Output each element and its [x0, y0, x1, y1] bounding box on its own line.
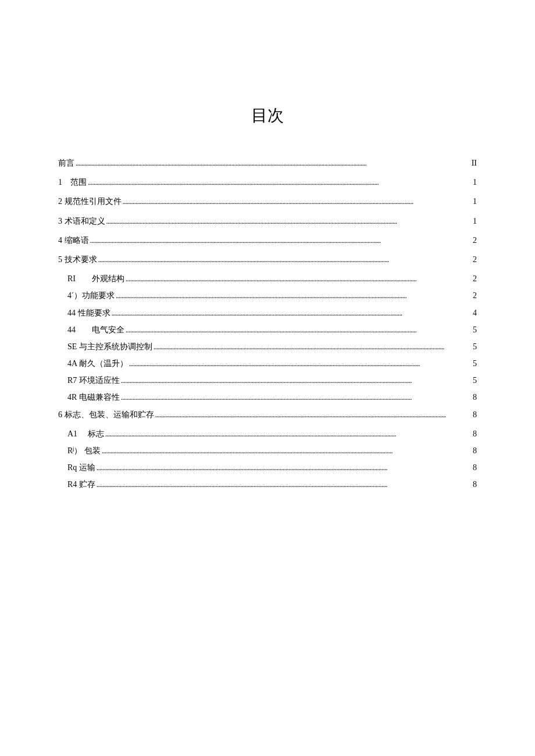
- toc-page: 8: [472, 443, 477, 458]
- toc-label: 4ʻ）功能要求: [67, 288, 115, 303]
- toc-page: 5: [472, 339, 477, 354]
- toc-leader: [126, 323, 470, 337]
- toc-leader: [88, 175, 470, 189]
- toc-entry: 6 标志、包装、运输和贮存8: [58, 407, 477, 422]
- toc-label: SE 与主控系统协调控制: [67, 339, 152, 354]
- toc-entry: SE 与主控系统协调控制5: [58, 339, 477, 354]
- toc-entry: 44 性能要求4: [58, 306, 477, 320]
- toc-leader: [123, 194, 471, 209]
- toc-leader: [112, 306, 471, 320]
- toc-entry: 5 技术要求2: [58, 252, 477, 267]
- toc-page: 1: [472, 175, 477, 189]
- page-title: 目次: [58, 105, 477, 127]
- toc-page: 2: [472, 288, 477, 303]
- toc-page: 1: [472, 194, 477, 209]
- toc-page: 4: [472, 306, 477, 320]
- toc-leader: [76, 156, 469, 170]
- toc-leader: [129, 356, 470, 371]
- toc-leader: [98, 252, 471, 267]
- toc-label: A1 标志: [67, 427, 104, 441]
- toc-entry: 44 电气安全5: [58, 323, 477, 337]
- toc-page: 5: [472, 323, 477, 337]
- toc-label: 1 范围: [58, 175, 87, 189]
- toc-page: 8: [472, 390, 477, 404]
- toc-label: 44 性能要求: [67, 306, 110, 320]
- toc-entry: 4ʻ）功能要求2: [58, 288, 477, 303]
- toc-leader: [105, 427, 470, 441]
- toc-leader: [121, 390, 470, 404]
- toc-label: 3 术语和定义: [58, 214, 105, 228]
- toc-leader: [106, 214, 471, 228]
- toc-entry: R4 贮存8: [58, 477, 477, 492]
- toc-leader: [155, 407, 471, 422]
- toc-entry: 2 规范性引用文件1: [58, 194, 477, 209]
- toc-entry: 3 术语和定义1: [58, 214, 477, 228]
- toc-page: 2: [472, 233, 477, 248]
- toc-page: 2: [472, 252, 477, 267]
- toc-leader: [126, 271, 470, 286]
- toc-page: 5: [472, 356, 477, 371]
- toc-label: 前言: [58, 156, 74, 170]
- toc-entry: 4R 电磁兼容性8: [58, 390, 477, 404]
- toc-label: 6 标志、包装、运输和贮存: [58, 407, 154, 422]
- toc-leader: [154, 339, 470, 354]
- toc-label: Rq 运输: [67, 460, 95, 475]
- toc-leader: [116, 288, 470, 303]
- toc-entry: RI 外观结构2: [58, 271, 477, 286]
- toc-entry: 4 缩略语2: [58, 233, 477, 248]
- toc-label: 2 规范性引用文件: [58, 194, 122, 209]
- toc-page: 8: [472, 477, 477, 492]
- toc-page: 8: [472, 460, 477, 475]
- toc-entry: 1 范围1: [58, 175, 477, 189]
- toc-entry: Rq 运输8: [58, 460, 477, 475]
- toc-leader: [90, 233, 471, 248]
- toc-entry: 前言II: [58, 156, 477, 170]
- toc-entry: R7 环境适应性5: [58, 373, 477, 388]
- toc-page: 8: [472, 407, 477, 422]
- toc-label: 4A 耐久（温升）: [67, 356, 128, 371]
- toc-label: RI 外观结构: [67, 271, 124, 286]
- toc-entry: Rʲ） 包装8: [58, 443, 477, 458]
- toc-page: 8: [472, 427, 477, 441]
- toc-label: 4R 电磁兼容性: [67, 390, 120, 404]
- toc-label: R4 贮存: [67, 477, 95, 492]
- toc-leader: [121, 373, 470, 388]
- toc-leader: [102, 443, 470, 458]
- toc-label: Rʲ） 包装: [67, 443, 101, 458]
- toc-leader: [97, 460, 470, 475]
- toc-entry: A1 标志8: [58, 427, 477, 441]
- toc-label: 4 缩略语: [58, 233, 89, 248]
- table-of-contents: 前言II 1 范围1 2 规范性引用文件1 3 术语和定义1 4 缩略语2 5 …: [58, 156, 477, 492]
- toc-label: 44 电气安全: [67, 323, 124, 337]
- toc-page: 1: [472, 214, 477, 228]
- toc-label: R7 环境适应性: [67, 373, 120, 388]
- toc-page: 5: [472, 373, 477, 388]
- toc-leader: [97, 477, 470, 492]
- toc-page: II: [470, 156, 477, 170]
- toc-entry: 4A 耐久（温升）5: [58, 356, 477, 371]
- toc-label: 5 技术要求: [58, 252, 97, 267]
- toc-page: 2: [472, 271, 477, 286]
